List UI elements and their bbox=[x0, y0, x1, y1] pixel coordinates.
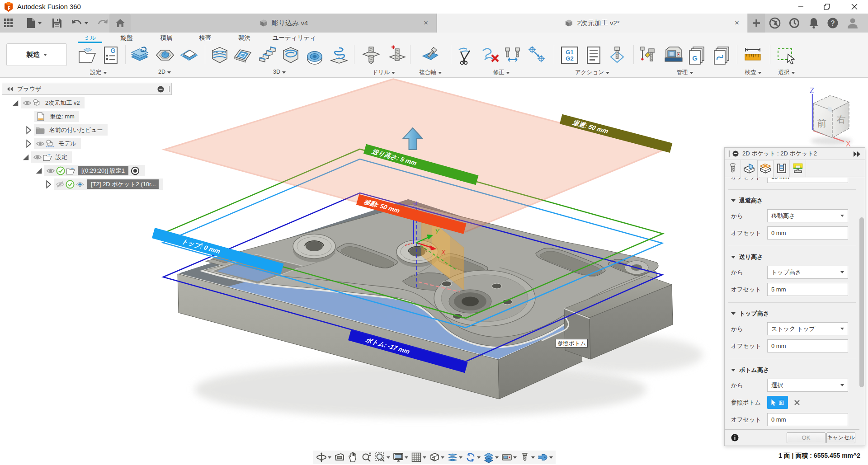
ribbon-icon-tool-library[interactable] bbox=[639, 45, 659, 65]
group-label-inspect[interactable]: 検査 bbox=[745, 69, 762, 76]
dialog-tab-tool[interactable] bbox=[725, 160, 741, 177]
ribbon-icon-post-process[interactable]: G1 G2 bbox=[560, 45, 580, 65]
clear-selection-icon[interactable] bbox=[794, 399, 800, 406]
ribbon-icon-measure[interactable] bbox=[743, 45, 763, 65]
dialog-drag-handle[interactable] bbox=[728, 150, 730, 157]
close-button[interactable] bbox=[844, 0, 865, 14]
ribbon-icon-2d-adaptive[interactable] bbox=[130, 45, 150, 65]
ok-button[interactable]: OK bbox=[787, 432, 826, 443]
workspace-selector[interactable]: 製造 bbox=[6, 43, 67, 66]
dialog-expand-icon[interactable] bbox=[853, 151, 861, 157]
tree-row-pocket-op[interactable]: [T2] 2D ポケット2 (10r... bbox=[44, 178, 172, 190]
ribbon-icon-morphed-spiral[interactable] bbox=[281, 45, 301, 65]
visibility-eye-icon[interactable] bbox=[46, 166, 55, 175]
undo-button[interactable] bbox=[69, 14, 90, 33]
dialog-tab-geometry[interactable] bbox=[741, 160, 757, 177]
nav-post-display[interactable] bbox=[536, 451, 554, 464]
tab-close-icon[interactable]: × bbox=[733, 19, 741, 27]
viewcube-body[interactable]: 前 右 bbox=[813, 95, 849, 138]
ribbon-icon-bore[interactable] bbox=[387, 45, 407, 65]
group-label-actions[interactable]: アクション bbox=[575, 69, 609, 76]
group-label-select[interactable]: 選択 bbox=[778, 69, 795, 76]
active-setup-radio-icon[interactable] bbox=[131, 166, 140, 175]
visibility-eye-off-icon[interactable] bbox=[56, 180, 65, 189]
tab-close-icon[interactable]: × bbox=[422, 19, 430, 27]
ribbon-tab-utilities[interactable]: ユーティリティ bbox=[269, 34, 319, 43]
section-header[interactable]: ボトム高さ bbox=[731, 366, 859, 374]
ribbon-icon-nc-program[interactable]: G bbox=[101, 45, 121, 65]
browser-minimize-icon[interactable] bbox=[157, 86, 164, 93]
offset-input[interactable]: 0 mm bbox=[767, 339, 848, 352]
nav-fit[interactable] bbox=[373, 451, 392, 464]
cancel-button[interactable]: キャンセル bbox=[826, 432, 855, 443]
ribbon-icon-template-library[interactable] bbox=[712, 45, 731, 65]
group-label-2d[interactable]: 2D bbox=[158, 69, 171, 76]
nav-grid[interactable] bbox=[410, 451, 428, 464]
section-header[interactable]: トップ高さ bbox=[731, 310, 859, 318]
ribbon-icon-face[interactable] bbox=[179, 45, 199, 65]
nav-orbit[interactable] bbox=[315, 451, 333, 464]
ribbon-icon-delete-toolpath[interactable] bbox=[481, 45, 501, 65]
from-select[interactable]: トップ高さ bbox=[767, 266, 848, 279]
minimize-button[interactable] bbox=[791, 0, 811, 14]
info-icon[interactable] bbox=[731, 434, 739, 442]
ribbon-icon-horizontal[interactable] bbox=[305, 45, 325, 65]
save-button[interactable] bbox=[50, 14, 64, 33]
ribbon-icon-spiral[interactable] bbox=[329, 45, 349, 65]
group-label-manage[interactable]: 管理 bbox=[677, 69, 693, 76]
nav-display-settings[interactable] bbox=[392, 451, 410, 464]
tree-row-units[interactable]: 単位: mm bbox=[34, 111, 172, 122]
dialog-tab-passes[interactable] bbox=[774, 160, 790, 177]
ribbon-icon-tool-change[interactable] bbox=[503, 45, 523, 65]
expand-triangle-icon[interactable] bbox=[11, 99, 20, 108]
document-tab-active[interactable]: 2次元加工 v2* × bbox=[437, 14, 747, 33]
from-select[interactable]: ストック トップ bbox=[767, 322, 848, 335]
face-selection-chip[interactable]: 面 bbox=[767, 396, 788, 409]
dialog-tab-heights[interactable] bbox=[757, 160, 774, 177]
collapse-chevron-icon[interactable] bbox=[24, 139, 33, 148]
offset-input[interactable]: 0 mm bbox=[767, 413, 848, 426]
tree-row-models[interactable]: モデル bbox=[24, 138, 172, 149]
tree-row-document[interactable]: 2次元加工 v2 bbox=[11, 97, 172, 108]
nav-zoom[interactable] bbox=[360, 451, 373, 464]
nav-viewports[interactable] bbox=[428, 451, 446, 464]
group-label-setup[interactable]: 設定 bbox=[90, 69, 107, 76]
section-header[interactable]: 退避高さ bbox=[731, 197, 859, 205]
ribbon-icon-parallel[interactable] bbox=[258, 45, 278, 65]
ribbon-tab-fabrication[interactable]: 製法 bbox=[231, 34, 258, 43]
ribbon-icon-simulate[interactable] bbox=[607, 45, 627, 65]
from-select[interactable]: 移動高さ bbox=[767, 209, 848, 222]
ribbon-icon-trim-toolpath[interactable] bbox=[456, 45, 476, 65]
nav-toolpath-display[interactable] bbox=[446, 451, 464, 464]
dialog-title-bar[interactable]: 2D ポケット : 2D ポケット2 bbox=[725, 148, 865, 160]
ribbon-icon-setup[interactable] bbox=[77, 45, 97, 65]
ribbon-icon-drill[interactable] bbox=[361, 45, 381, 65]
nav-look-at[interactable] bbox=[333, 451, 346, 464]
ribbon-icon-post-library[interactable]: G bbox=[687, 45, 707, 65]
nav-pan[interactable] bbox=[346, 451, 360, 464]
offset-input[interactable]: 0 mm bbox=[767, 226, 848, 240]
section-header[interactable]: 送り高さ bbox=[731, 253, 859, 261]
dialog-scrollbar[interactable] bbox=[859, 178, 865, 429]
from-select[interactable]: 選択 bbox=[767, 379, 848, 392]
expand-triangle-icon[interactable] bbox=[34, 166, 43, 175]
job-status-button[interactable] bbox=[769, 17, 781, 29]
help-button[interactable]: ? bbox=[826, 17, 839, 29]
ribbon-icon-multi-axis[interactable] bbox=[420, 45, 440, 65]
group-label-multiaxis[interactable]: 複合軸 bbox=[419, 69, 442, 76]
nav-machine-display[interactable] bbox=[500, 451, 518, 464]
collapse-chevron-icon[interactable] bbox=[24, 126, 33, 135]
view-cube[interactable]: Z X 前 右 bbox=[802, 87, 866, 148]
group-label-drill[interactable]: ドリル bbox=[373, 69, 395, 76]
ribbon-icon-setup-sheet[interactable] bbox=[584, 45, 604, 65]
maximize-button[interactable] bbox=[816, 0, 837, 14]
visibility-eye-icon[interactable] bbox=[33, 153, 42, 162]
nav-stock-display[interactable] bbox=[482, 451, 500, 464]
visibility-eye-icon[interactable] bbox=[36, 139, 45, 148]
clipped-offset-input[interactable]: 10 mm bbox=[767, 178, 848, 183]
visibility-eye-icon[interactable] bbox=[23, 99, 32, 108]
nav-refresh[interactable] bbox=[464, 451, 482, 464]
offset-input[interactable]: 5 mm bbox=[767, 283, 848, 296]
recent-button[interactable] bbox=[788, 17, 801, 29]
ribbon-tab-additive[interactable]: 積層 bbox=[153, 34, 180, 43]
